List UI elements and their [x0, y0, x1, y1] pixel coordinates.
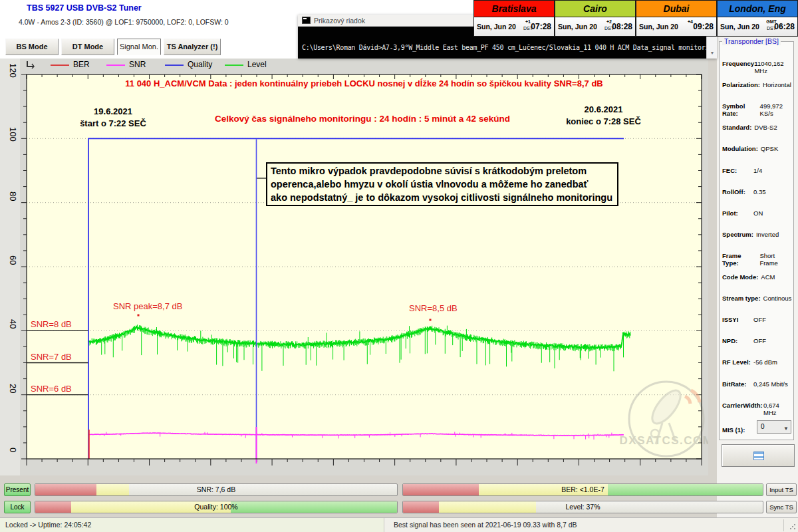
transponder-row-issyi: ISSYIOFF — [722, 316, 793, 323]
legend-zoom-arrow-icon — [25, 61, 36, 70]
stream-list-icon — [753, 452, 764, 460]
y-axis-label: 60 — [8, 255, 18, 278]
y-axis-label: 0 — [8, 448, 18, 470]
present-button[interactable]: Present — [4, 483, 31, 496]
field-label: CarrierWidth: — [722, 402, 763, 416]
transponder-row-frequency: Frequency:11040,162 MHz — [722, 60, 793, 74]
field-value: 1/4 — [753, 167, 762, 174]
clock-dubai: DubaiSun, Jun 20+409:28 — [636, 0, 717, 37]
tab-dt-mode[interactable]: DT Mode — [61, 39, 114, 55]
field-value: Inverted — [756, 231, 779, 238]
quality-meter: Quality: 100% — [35, 501, 398, 513]
resize-grip[interactable] — [789, 523, 796, 530]
app-window: { "app": { "title": "TBS 5927 USB DVB-S2… — [0, 0, 798, 532]
field-value: 0,674 MHz — [763, 402, 793, 416]
peak-marker-dot — [430, 319, 432, 321]
field-label: Modulation: — [722, 145, 761, 152]
transponder-row-rf-level: RF Level:-56 dBm — [722, 358, 793, 366]
field-label: Frame Type: — [722, 252, 759, 267]
scroll-down-icon[interactable]: ▼ — [707, 51, 718, 55]
field-label: ISSYI — [722, 316, 753, 323]
transponder-row-polarization: Polarization:Horizontal — [722, 81, 793, 88]
snr-ref-label-30: SNR=7 dB — [31, 352, 72, 362]
clock-time: 09:28 — [693, 22, 714, 31]
lock-button[interactable]: Lock — [4, 501, 31, 513]
sync-ts-button[interactable]: Sync TS — [766, 501, 797, 513]
chevron-down-icon: ▼ — [783, 423, 789, 435]
statusbar-divider — [783, 519, 784, 531]
transponder-row-pilot: Pilot:ON — [722, 209, 793, 217]
lock-uptime-status: Locked -> Uptime: 24:05:42 — [5, 521, 91, 529]
transponder-row-spectrum: Spectrum:Inverted — [722, 231, 793, 238]
transponder-row-frame-type: Frame Type:Short Frame — [722, 252, 793, 267]
best-signal-status: Best signal has been seen at 2021-06-19 … — [394, 521, 577, 529]
field-value: QPSK — [761, 145, 778, 152]
field-value: OFF — [753, 316, 766, 323]
monitoring-end-time: koniec o 7:28 SEČ — [559, 116, 648, 126]
dropout-annotation-box: Tento mikro výpadok pravdepodobne súvisí… — [266, 162, 618, 206]
field-value: 499,972 KS/s — [760, 102, 793, 117]
snr-legend-label: SNR — [129, 60, 146, 69]
clock-date: Sun, Jun 20 — [558, 23, 597, 31]
tab-ts-analyzer[interactable]: TS Analyzer (!) — [164, 39, 221, 55]
field-label: Frequency: — [722, 60, 754, 74]
clock-cairo: CairoSun, Jun 20+2DST08:28 — [555, 0, 636, 37]
snr-legend-line-icon — [106, 65, 125, 66]
transponder-title: Transponder [BS] — [722, 37, 781, 45]
ber-legend-label: BER — [73, 60, 90, 69]
clock-date: Sun, Jun 20 — [720, 23, 759, 31]
monitoring-start-time: štart o 7:22 SEČ — [70, 118, 156, 128]
snr-meter-label: SNR: 7,6 dB — [35, 485, 397, 493]
quality-legend-line-icon — [165, 65, 184, 66]
field-label: FEC: — [722, 167, 753, 174]
clock-date: Sun, Jun 20 — [477, 23, 516, 31]
watermark-text: DXSATCS.COM — [620, 434, 708, 447]
field-value: Horizontal — [763, 81, 791, 88]
ber-meter: BER: <1.0E-7 — [402, 483, 763, 496]
field-value: Short Frame — [759, 252, 793, 267]
peak-label-1: SNR=8,5 dB — [409, 303, 458, 313]
clock-date: Sun, Jun 20 — [639, 23, 678, 31]
tab-signal-mon[interactable]: Signal Mon. — [117, 39, 161, 55]
annotation-line: Tento mikro výpadok pravdepodobne súvisí… — [271, 164, 614, 178]
ber-meter-label: BER: <1.0E-7 — [403, 485, 763, 493]
input-ts-button[interactable]: Input TS — [766, 483, 797, 496]
field-value: ACM — [761, 273, 775, 281]
snr-ref-label-40: SNR=8 dB — [31, 319, 72, 329]
transponder-row-bitrate: BitRate:0,245 Mbit/s — [722, 380, 793, 388]
transponder-row-npd: NPD:OFF — [722, 337, 793, 344]
clock-body: Sun, Jun 20+409:28 — [636, 17, 716, 36]
monitoring-end-date: 20.6.2021 — [559, 104, 648, 114]
y-axis-label: 120 — [8, 63, 18, 86]
mis-dropdown[interactable]: 0 ▼ — [757, 420, 791, 434]
field-label: Symbol Rate: — [722, 102, 760, 117]
transponder-row-symbol-rate: Symbol Rate:499,972 KS/s — [722, 102, 793, 117]
transponder-panel-button[interactable] — [722, 444, 795, 467]
clock-bratislava: BratislavaSun, Jun 20+1DST07:28 — [473, 0, 555, 37]
clock-time: 07:28 — [531, 22, 551, 31]
app-title: TBS 5927 USB DVB-S2 Tuner — [27, 3, 142, 13]
clock-time: 06:28 — [774, 22, 795, 31]
field-value: 11040,162 MHz — [754, 60, 793, 74]
tab-bs-mode[interactable]: BS Mode — [5, 39, 59, 55]
level-legend-line-icon — [225, 65, 243, 66]
annotation-line: operenca,alebo hmyzu v okolí ústia vlnov… — [271, 178, 614, 191]
clock-city: Bratislava — [474, 1, 554, 17]
transponder-row-stream-type: Stream type:Continous — [722, 295, 793, 302]
transponder-row-standard: Standard:DVB-S2 — [722, 124, 793, 131]
field-value: Continous — [763, 295, 792, 302]
transponder-row-carrierwidth: CarrierWidth:0,674 MHz — [722, 402, 793, 416]
clock-body: Sun, Jun 20+2DST08:28 — [555, 17, 635, 36]
cmd-icon — [302, 17, 311, 24]
field-value: ON — [753, 209, 763, 217]
y-axis-label: 100 — [8, 127, 18, 150]
field-label: Stream type: — [722, 295, 763, 302]
mis-value: 0 — [761, 423, 765, 430]
field-label: RollOff: — [722, 188, 753, 196]
level-meter-label: Level: 37% — [403, 503, 763, 511]
field-label: Pilot: — [722, 209, 753, 217]
cmd-command-line: C:\Users\Roman Dávid>A7-3,9°W_Middle Eas… — [302, 44, 717, 51]
field-value: 0,245 Mbit/s — [753, 380, 788, 388]
y-axis-label: 80 — [8, 192, 18, 214]
transponder-row-fec: FEC:1/4 — [722, 167, 793, 174]
